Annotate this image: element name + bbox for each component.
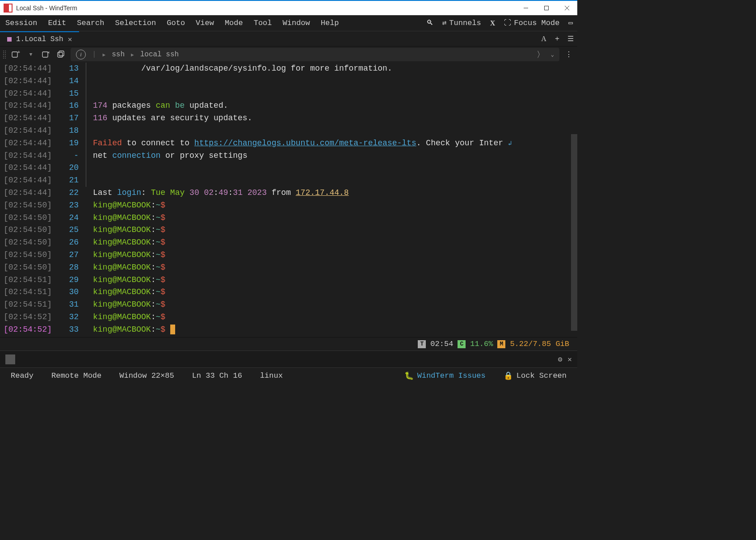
menu-view[interactable]: View [190,15,219,31]
grip-icon[interactable] [3,50,6,59]
panel-toggle-icon[interactable]: ▭ [564,15,577,31]
menu-help[interactable]: Help [315,15,344,31]
terminal-line: [02:54:44]15 [0,88,577,100]
window-title: Local Ssh - WindTerm [16,4,516,12]
info-icon[interactable]: i [76,50,86,59]
dropdown-icon[interactable]: ▼ [25,49,37,60]
gutter [83,112,93,125]
terminal-line: [02:54:44]19Failed to connect to https:/… [0,137,577,150]
panel-close-icon[interactable]: ✕ [567,355,572,364]
add-tab-button[interactable]: ＋ [550,31,564,46]
line-content: Failed to connect to https://changelogs.… [93,137,577,150]
menu-edit[interactable]: Edit [42,15,71,31]
duplicate-session-button[interactable] [55,49,67,60]
timestamp: [02:54:50] [0,262,57,274]
timestamp: [02:54:50] [0,224,57,236]
minimize-button[interactable] [516,0,536,16]
terminal-line: [02:54:50]25king@MACBOOK:~$ [0,224,577,236]
menu-session[interactable]: Session [0,15,42,31]
line-number: 19 [57,137,83,150]
x-button[interactable]: X [486,15,500,31]
gutter [83,262,93,274]
terminal-line: [02:54:52]33king@MACBOOK:~$ [0,324,577,336]
forward-icon[interactable]: 〉 [537,49,545,60]
terminal-line: [02:54:44]21 [0,174,577,187]
terminal-line: [02:54:44]-net connection or proxy setti… [0,150,577,162]
line-number: 33 [57,324,83,336]
tunnels-button[interactable]: ⇄ Tunnels [438,15,486,31]
panel-logo-icon[interactable] [5,354,15,364]
menu-selection[interactable]: Selection [109,15,161,31]
breadcrumb[interactable]: i | ▶ ssh ▶ local ssh 〉 ⌄ [71,48,559,61]
gutter [83,299,93,311]
gutter [83,75,93,88]
focus-mode-button[interactable]: ⛶ Focus Mode [500,15,564,31]
line-number: 31 [57,299,83,311]
line-number: 32 [57,311,83,324]
maximize-button[interactable] [536,0,557,16]
menu-window[interactable]: Window [277,15,315,31]
line-content: king@MACBOOK:~$ [93,199,577,212]
tabbar: 1.Local Ssh ✕ A ＋ ☰ [0,31,577,46]
cursor [170,325,175,334]
menu-mode[interactable]: Mode [219,15,248,31]
chevron-icon: ▶ [131,52,134,58]
svg-rect-9 [59,51,64,56]
status-os[interactable]: linux [260,371,283,380]
tab-menu-button[interactable]: ☰ [564,31,577,46]
svg-text:✕: ✕ [47,51,50,55]
more-icon[interactable]: ⋮ [563,49,575,60]
titlebar: Local Ssh - WindTerm [0,0,577,15]
tab-local-ssh[interactable]: 1.Local Ssh ✕ [0,31,79,46]
bug-icon: 🐛 [404,371,414,380]
breadcrumb-seg2[interactable]: local ssh [140,51,179,59]
terminal-line: [02:54:51]30king@MACBOOK:~$ [0,286,577,299]
timestamp: [02:54:51] [0,299,57,311]
lock-screen-button[interactable]: 🔒 Lock Screen [504,371,567,380]
tunnels-icon: ⇄ [442,15,447,31]
gutter [83,174,93,187]
menu-search[interactable]: Search [71,15,109,31]
new-session-button[interactable]: + [10,49,21,60]
status-window-size[interactable]: Window 22×85 [119,371,174,380]
menu-tool[interactable]: Tool [248,15,277,31]
timestamp: [02:54:44] [0,125,57,137]
search-icon[interactable]: 🔍︎ [422,15,438,31]
timestamp: [02:54:50] [0,249,57,262]
close-session-button[interactable]: ✕ [40,49,52,60]
line-number: 27 [57,249,83,262]
timestamp: [02:54:44] [0,63,57,75]
terminal-line: [02:54:50]23king@MACBOOK:~$ [0,199,577,212]
scrollbar-vertical[interactable] [571,134,577,331]
terminal-line: [02:54:44]20 [0,162,577,174]
status-cursor-pos[interactable]: Ln 33 Ch 16 [192,371,242,380]
toolbar: + ▼ ✕ i | ▶ ssh ▶ local ssh 〉 ⌄ ⋮ [0,46,577,63]
line-content [93,125,577,137]
timestamp: [02:54:44] [0,174,57,187]
close-button[interactable] [557,0,577,16]
line-content [93,88,577,100]
status-remote-mode[interactable]: Remote Mode [51,371,101,380]
tab-label: 1.Local Ssh [16,35,63,43]
font-button[interactable]: A [537,31,550,46]
tab-close-icon[interactable]: ✕ [68,35,72,44]
issues-link[interactable]: 🐛 WindTerm Issues [404,371,486,380]
breadcrumb-seg1[interactable]: ssh [112,51,125,59]
chevron-down-icon[interactable]: ⌄ [551,51,554,58]
line-number: 28 [57,262,83,274]
gutter [83,88,93,100]
timestamp: [02:54:51] [0,274,57,287]
gutter [83,286,93,299]
issues-label: WindTerm Issues [417,371,486,380]
timestamp: [02:54:44] [0,100,57,112]
terminal[interactable]: [02:54:44]13 /var/log/landscape/sysinfo.… [0,63,577,337]
menu-goto[interactable]: Goto [161,15,190,31]
timestamp: [02:54:50] [0,212,57,224]
lock-label: Lock Screen [517,371,567,380]
status-ready: Ready [11,371,34,380]
gear-icon[interactable]: ⚙ [558,355,563,364]
gutter [83,162,93,174]
timestamp: [02:54:52] [0,311,57,324]
line-content: 174 packages can be updated. [93,100,577,112]
svg-rect-4 [12,52,17,57]
